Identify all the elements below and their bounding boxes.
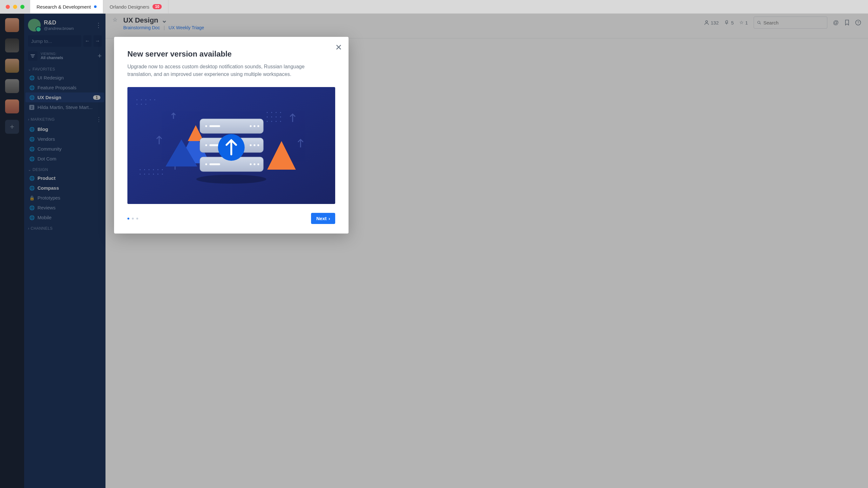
svg-rect-56 (209, 163, 220, 165)
svg-rect-46 (209, 125, 220, 127)
svg-point-55 (205, 163, 207, 165)
unread-dot-icon (94, 5, 97, 8)
svg-point-6 (141, 99, 142, 100)
svg-point-52 (250, 144, 252, 146)
modal-illustration (127, 87, 335, 204)
svg-point-10 (136, 104, 137, 105)
svg-point-24 (280, 121, 281, 122)
tab-orlando-designers[interactable]: Orlando Designers 10 (103, 0, 168, 13)
svg-point-47 (250, 125, 252, 127)
svg-point-23 (276, 121, 277, 122)
svg-point-25 (140, 169, 141, 170)
svg-point-31 (140, 174, 141, 175)
close-window-button[interactable] (6, 5, 10, 9)
minimize-window-button[interactable] (13, 5, 17, 9)
svg-point-33 (149, 174, 150, 175)
svg-point-20 (280, 117, 281, 118)
svg-point-32 (144, 174, 145, 175)
tab-research-development[interactable]: Research & Development (30, 0, 103, 13)
pagination-dots (127, 218, 138, 219)
svg-point-48 (253, 125, 255, 127)
upgrade-modal: ✕ New server version available Upgrade n… (114, 37, 348, 234)
svg-point-7 (146, 99, 147, 100)
tab-label: Orlando Designers (110, 4, 149, 9)
svg-point-14 (271, 112, 272, 113)
dot (132, 218, 134, 219)
svg-point-22 (271, 121, 272, 122)
tab-label: Research & Development (36, 4, 91, 9)
svg-point-13 (267, 112, 268, 113)
svg-point-27 (149, 169, 150, 170)
window-controls (0, 0, 30, 13)
maximize-window-button[interactable] (20, 5, 25, 9)
svg-point-34 (153, 174, 154, 175)
svg-point-36 (162, 174, 163, 175)
svg-point-16 (280, 112, 281, 113)
svg-point-53 (253, 144, 255, 146)
next-button[interactable]: Next › (311, 213, 335, 224)
svg-point-21 (267, 121, 268, 122)
tab-badge: 10 (153, 4, 162, 9)
svg-point-18 (271, 117, 272, 118)
close-icon[interactable]: ✕ (335, 42, 342, 53)
svg-point-11 (141, 104, 142, 105)
svg-point-54 (257, 144, 259, 146)
svg-point-58 (253, 163, 255, 165)
svg-point-30 (162, 169, 163, 170)
svg-point-8 (150, 99, 151, 100)
next-button-label: Next (316, 216, 327, 221)
svg-point-50 (205, 144, 207, 146)
modal-title: New server version available (127, 50, 335, 58)
svg-point-41 (196, 175, 266, 184)
svg-point-45 (205, 125, 207, 127)
svg-point-57 (250, 163, 252, 165)
svg-point-15 (276, 112, 277, 113)
svg-point-29 (158, 169, 159, 170)
svg-point-35 (158, 174, 159, 175)
svg-point-17 (267, 117, 268, 118)
svg-point-26 (144, 169, 145, 170)
svg-point-49 (257, 125, 259, 127)
dot-active (127, 218, 129, 219)
chevron-right-icon: › (329, 216, 330, 221)
svg-point-9 (154, 99, 155, 100)
svg-point-5 (136, 99, 137, 100)
svg-point-12 (146, 104, 147, 105)
window-tabbar: Research & Development Orlando Designers… (0, 0, 868, 14)
svg-point-19 (276, 117, 277, 118)
svg-point-59 (257, 163, 259, 165)
svg-point-28 (153, 169, 154, 170)
modal-body: Upgrade now to access custom desktop not… (127, 63, 331, 78)
dot (136, 218, 138, 219)
